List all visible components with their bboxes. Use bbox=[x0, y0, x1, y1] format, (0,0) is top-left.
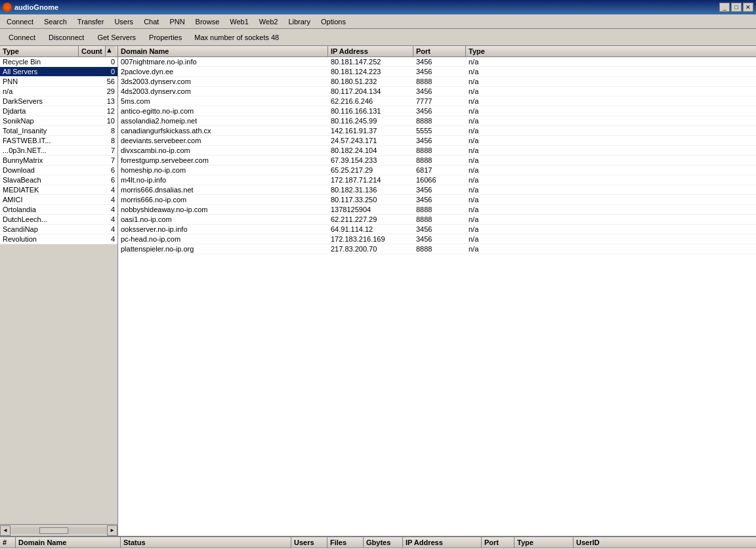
type-list-item[interactable]: Download6 bbox=[0, 165, 117, 175]
type-list-scrollbar-up[interactable]: ▲ bbox=[105, 46, 116, 56]
ipaddr-col-header: IP Address bbox=[403, 537, 482, 548]
type-list-item[interactable]: n/a29 bbox=[0, 87, 117, 97]
server-type: n/a bbox=[466, 67, 756, 77]
server-list-item[interactable]: nobbyshideaway.no-ip.com 1378125904 8888… bbox=[118, 205, 756, 215]
type-list-item[interactable]: PNN56 bbox=[0, 77, 117, 87]
menu-pnn[interactable]: PNN bbox=[164, 16, 190, 27]
type-list-item[interactable]: Ortolandia4 bbox=[0, 205, 117, 215]
menu-web1[interactable]: Web1 bbox=[224, 16, 254, 27]
server-type: n/a bbox=[466, 126, 756, 136]
type-list-item[interactable]: FASTWEB.IT...8 bbox=[0, 136, 117, 146]
server-domain: pc-head.no-ip.com bbox=[118, 234, 328, 244]
server-list-item[interactable]: oasi1.no-ip.com 62.211.227.29 8888 n/a bbox=[118, 215, 756, 225]
type-name: Recycle Bin bbox=[0, 57, 79, 67]
properties-button[interactable]: Properties bbox=[143, 30, 188, 45]
server-port: 7777 bbox=[413, 97, 466, 106]
server-list-item[interactable]: divxscambi.no-ip.com 80.182.24.104 8888 … bbox=[118, 146, 756, 156]
server-ip: 80.116.245.99 bbox=[328, 116, 413, 126]
type-list-item[interactable]: All Servers0 bbox=[0, 67, 117, 77]
disconnect-button[interactable]: Disconnect bbox=[43, 30, 90, 45]
server-port: 16066 bbox=[413, 175, 466, 185]
server-list-item[interactable]: ooksserver.no-ip.info 64.91.114.12 3456 … bbox=[118, 225, 756, 234]
server-port: 8888 bbox=[413, 116, 466, 126]
type-name: n/a bbox=[0, 87, 79, 97]
type-name: ...0p3n.NET... bbox=[0, 146, 79, 156]
type-list-scroll[interactable]: Recycle Bin0All Servers0PNN56n/a29DarkSe… bbox=[0, 57, 117, 521]
menu-web2[interactable]: Web2 bbox=[254, 16, 284, 27]
get-servers-button[interactable]: Get Servers bbox=[91, 30, 142, 45]
server-domain: 2paclove.dyn.ee bbox=[118, 67, 328, 77]
server-list-item[interactable]: 5ms.com 62.216.6.246 7777 n/a bbox=[118, 97, 756, 106]
maximize-button[interactable]: □ bbox=[731, 3, 742, 12]
type-list-item[interactable]: DarkServers13 bbox=[0, 97, 117, 106]
server-ip: 80.117.204.134 bbox=[328, 87, 413, 97]
menu-library[interactable]: Library bbox=[283, 16, 316, 27]
close-button[interactable]: ✕ bbox=[743, 3, 753, 12]
server-type: n/a bbox=[466, 195, 756, 205]
type-header[interactable]: Type bbox=[466, 46, 756, 56]
server-list-item[interactable]: forrestgump.servebeer.com 67.39.154.233 … bbox=[118, 156, 756, 165]
server-list-item[interactable]: morris666.no-ip.com 80.117.33.250 3456 n… bbox=[118, 195, 756, 205]
server-list-item[interactable]: m4lt.no-ip.info 172.187.71.214 16066 n/a bbox=[118, 175, 756, 185]
server-list-item[interactable]: deeviants.servebeer.com 24.57.243.171 34… bbox=[118, 136, 756, 146]
server-port: 3456 bbox=[413, 87, 466, 97]
menu-chat[interactable]: Chat bbox=[138, 16, 164, 27]
type-count: 6 bbox=[79, 165, 117, 175]
server-port: 8888 bbox=[413, 77, 466, 87]
server-list-scroll[interactable]: 007nightmare.no-ip.info 80.181.147.252 3… bbox=[118, 57, 756, 536]
menu-transfer[interactable]: Transfer bbox=[72, 16, 110, 27]
type-name: AMICI bbox=[0, 195, 79, 205]
menu-connect[interactable]: Connect bbox=[1, 16, 39, 27]
server-list-item[interactable]: canadiangurfskickass.ath.cx 142.161.91.3… bbox=[118, 126, 756, 136]
type-list-item[interactable]: BunnyMatrix7 bbox=[0, 156, 117, 165]
server-port: 8888 bbox=[413, 156, 466, 165]
menu-options[interactable]: Options bbox=[316, 16, 351, 27]
type-list-item[interactable]: AMICI4 bbox=[0, 195, 117, 205]
ip-header[interactable]: IP Address bbox=[328, 46, 413, 56]
server-domain: 4ds2003.dynserv.com bbox=[118, 87, 328, 97]
hscroll-left[interactable]: ◄ bbox=[0, 525, 10, 536]
server-port: 6817 bbox=[413, 165, 466, 175]
server-list-item[interactable]: 2paclove.dyn.ee 80.181.124.223 3456 n/a bbox=[118, 67, 756, 77]
type-count: 7 bbox=[79, 146, 117, 156]
type-list-item[interactable]: MEDIATEK4 bbox=[0, 185, 117, 195]
type-list-item[interactable]: ScandiNap4 bbox=[0, 225, 117, 234]
server-domain: morris666.no-ip.com bbox=[118, 195, 328, 205]
type-list-item[interactable]: Djdarta12 bbox=[0, 106, 117, 116]
server-ip: 64.91.114.12 bbox=[328, 225, 413, 234]
hscroll-thumb[interactable] bbox=[39, 527, 68, 534]
server-list-item[interactable]: homeship.no-ip.com 65.25.217.29 6817 n/a bbox=[118, 165, 756, 175]
server-list-item[interactable]: assolandia2.homeip.net 80.116.245.99 888… bbox=[118, 116, 756, 126]
server-type: n/a bbox=[466, 215, 756, 225]
server-list-item[interactable]: 4ds2003.dynserv.com 80.117.204.134 3456 … bbox=[118, 87, 756, 97]
server-type: n/a bbox=[466, 205, 756, 215]
server-port: 3456 bbox=[413, 106, 466, 116]
server-list-item[interactable]: morris666.dnsalias.net 80.182.31.136 345… bbox=[118, 185, 756, 195]
server-list-item[interactable]: plattenspieler.no-ip.org 217.83.200.70 8… bbox=[118, 244, 756, 254]
type-count: 4 bbox=[79, 185, 117, 195]
server-list-item[interactable]: 3ds2003.dynserv.com 80.180.51.232 8888 n… bbox=[118, 77, 756, 87]
type-list-hscrollbar: ◄ ► bbox=[0, 524, 117, 536]
menu-users[interactable]: Users bbox=[109, 16, 138, 27]
minimize-button[interactable]: _ bbox=[719, 3, 730, 12]
type-name: Revolution bbox=[0, 234, 79, 244]
type-list-item[interactable]: ...0p3n.NET...7 bbox=[0, 146, 117, 156]
type-list-item[interactable]: SlavaBeach6 bbox=[0, 175, 117, 185]
server-port: 8888 bbox=[413, 215, 466, 225]
domain-header[interactable]: Domain Name bbox=[118, 46, 328, 56]
type-list-item[interactable]: Total_Insanity8 bbox=[0, 126, 117, 136]
server-type: n/a bbox=[466, 234, 756, 244]
server-list-item[interactable]: antico-egitto.no-ip.com 80.116.166.131 3… bbox=[118, 106, 756, 116]
type-list-item[interactable]: SonikNap10 bbox=[0, 116, 117, 126]
server-list-item[interactable]: 007nightmare.no-ip.info 80.181.147.252 3… bbox=[118, 57, 756, 67]
menu-search[interactable]: Search bbox=[39, 16, 72, 27]
userid-col-header: UserID bbox=[574, 537, 756, 548]
server-list-item[interactable]: pc-head.no-ip.com 172.183.216.169 3456 n… bbox=[118, 234, 756, 244]
type-list-item[interactable]: DutchLeech...4 bbox=[0, 215, 117, 225]
hscroll-right[interactable]: ► bbox=[107, 525, 117, 536]
type-list-item[interactable]: Recycle Bin0 bbox=[0, 57, 117, 67]
connect-button[interactable]: Connect bbox=[3, 30, 41, 45]
type-list-item[interactable]: Revolution4 bbox=[0, 234, 117, 244]
port-header[interactable]: Port bbox=[413, 46, 466, 56]
menu-browse[interactable]: Browse bbox=[190, 16, 225, 27]
